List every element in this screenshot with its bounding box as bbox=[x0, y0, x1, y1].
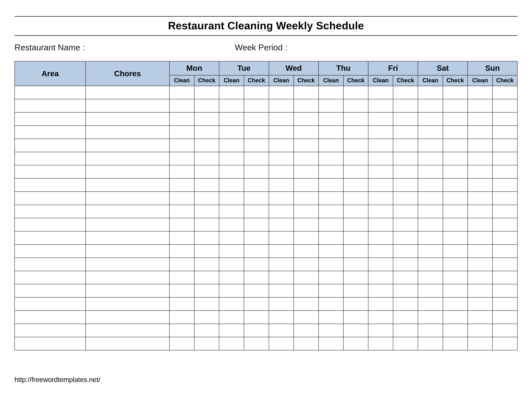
table-cell[interactable] bbox=[244, 99, 269, 112]
table-cell[interactable] bbox=[343, 165, 368, 178]
table-cell[interactable] bbox=[368, 99, 393, 112]
table-cell[interactable] bbox=[194, 244, 219, 258]
table-cell[interactable] bbox=[244, 178, 269, 192]
table-cell[interactable] bbox=[170, 231, 194, 244]
table-cell[interactable] bbox=[493, 86, 517, 99]
table-cell[interactable] bbox=[368, 205, 393, 218]
table-cell[interactable] bbox=[493, 337, 517, 350]
table-cell[interactable] bbox=[170, 112, 194, 126]
table-cell[interactable] bbox=[319, 112, 343, 126]
table-cell[interactable] bbox=[86, 258, 170, 271]
table-cell[interactable] bbox=[294, 324, 319, 337]
table-cell[interactable] bbox=[194, 218, 219, 231]
table-cell[interactable] bbox=[368, 311, 393, 324]
table-cell[interactable] bbox=[219, 218, 244, 231]
table-cell[interactable] bbox=[319, 192, 343, 205]
table-cell[interactable] bbox=[15, 337, 86, 350]
table-cell[interactable] bbox=[368, 126, 393, 139]
table-cell[interactable] bbox=[170, 99, 194, 112]
table-cell[interactable] bbox=[194, 165, 219, 178]
table-cell[interactable] bbox=[86, 192, 170, 205]
table-cell[interactable] bbox=[368, 324, 393, 337]
table-cell[interactable] bbox=[468, 165, 493, 178]
table-cell[interactable] bbox=[194, 297, 219, 311]
table-cell[interactable] bbox=[418, 112, 443, 126]
table-cell[interactable] bbox=[393, 178, 418, 192]
table-cell[interactable] bbox=[15, 284, 86, 297]
table-cell[interactable] bbox=[393, 271, 418, 284]
table-cell[interactable] bbox=[468, 178, 493, 192]
table-cell[interactable] bbox=[219, 126, 244, 139]
table-cell[interactable] bbox=[15, 86, 86, 99]
table-cell[interactable] bbox=[443, 271, 468, 284]
table-cell[interactable] bbox=[244, 165, 269, 178]
table-cell[interactable] bbox=[418, 126, 443, 139]
table-cell[interactable] bbox=[15, 112, 86, 126]
table-cell[interactable] bbox=[269, 311, 294, 324]
table-cell[interactable] bbox=[219, 178, 244, 192]
table-cell[interactable] bbox=[269, 337, 294, 350]
table-cell[interactable] bbox=[244, 231, 269, 244]
table-cell[interactable] bbox=[219, 152, 244, 165]
table-cell[interactable] bbox=[194, 271, 219, 284]
table-cell[interactable] bbox=[493, 112, 517, 126]
table-cell[interactable] bbox=[368, 231, 393, 244]
table-cell[interactable] bbox=[443, 258, 468, 271]
table-cell[interactable] bbox=[86, 86, 170, 99]
table-cell[interactable] bbox=[294, 86, 319, 99]
table-cell[interactable] bbox=[194, 258, 219, 271]
table-cell[interactable] bbox=[319, 99, 343, 112]
table-cell[interactable] bbox=[170, 139, 194, 152]
table-cell[interactable] bbox=[393, 192, 418, 205]
table-cell[interactable] bbox=[343, 99, 368, 112]
table-cell[interactable] bbox=[443, 178, 468, 192]
table-cell[interactable] bbox=[170, 324, 194, 337]
table-cell[interactable] bbox=[368, 139, 393, 152]
table-cell[interactable] bbox=[15, 152, 86, 165]
table-cell[interactable] bbox=[393, 86, 418, 99]
table-cell[interactable] bbox=[443, 297, 468, 311]
table-cell[interactable] bbox=[418, 178, 443, 192]
table-cell[interactable] bbox=[170, 297, 194, 311]
table-cell[interactable] bbox=[15, 244, 86, 258]
table-cell[interactable] bbox=[493, 192, 517, 205]
table-cell[interactable] bbox=[368, 86, 393, 99]
table-cell[interactable] bbox=[170, 258, 194, 271]
table-cell[interactable] bbox=[219, 258, 244, 271]
table-cell[interactable] bbox=[244, 86, 269, 99]
table-cell[interactable] bbox=[294, 284, 319, 297]
table-cell[interactable] bbox=[244, 139, 269, 152]
table-cell[interactable] bbox=[294, 192, 319, 205]
table-cell[interactable] bbox=[86, 311, 170, 324]
table-cell[interactable] bbox=[269, 165, 294, 178]
table-cell[interactable] bbox=[319, 311, 343, 324]
table-cell[interactable] bbox=[170, 192, 194, 205]
table-cell[interactable] bbox=[343, 231, 368, 244]
table-cell[interactable] bbox=[15, 311, 86, 324]
table-cell[interactable] bbox=[468, 231, 493, 244]
table-cell[interactable] bbox=[219, 324, 244, 337]
table-cell[interactable] bbox=[294, 139, 319, 152]
table-cell[interactable] bbox=[294, 297, 319, 311]
table-cell[interactable] bbox=[368, 112, 393, 126]
table-cell[interactable] bbox=[244, 324, 269, 337]
table-cell[interactable] bbox=[294, 165, 319, 178]
table-cell[interactable] bbox=[493, 218, 517, 231]
table-cell[interactable] bbox=[194, 139, 219, 152]
table-cell[interactable] bbox=[194, 99, 219, 112]
table-cell[interactable] bbox=[194, 205, 219, 218]
table-cell[interactable] bbox=[418, 297, 443, 311]
table-cell[interactable] bbox=[343, 271, 368, 284]
table-cell[interactable] bbox=[244, 218, 269, 231]
table-cell[interactable] bbox=[368, 152, 393, 165]
table-cell[interactable] bbox=[418, 231, 443, 244]
table-cell[interactable] bbox=[86, 205, 170, 218]
table-cell[interactable] bbox=[194, 284, 219, 297]
table-cell[interactable] bbox=[194, 192, 219, 205]
table-cell[interactable] bbox=[86, 126, 170, 139]
table-cell[interactable] bbox=[86, 99, 170, 112]
table-cell[interactable] bbox=[269, 244, 294, 258]
table-cell[interactable] bbox=[468, 152, 493, 165]
table-cell[interactable] bbox=[493, 178, 517, 192]
table-cell[interactable] bbox=[468, 311, 493, 324]
